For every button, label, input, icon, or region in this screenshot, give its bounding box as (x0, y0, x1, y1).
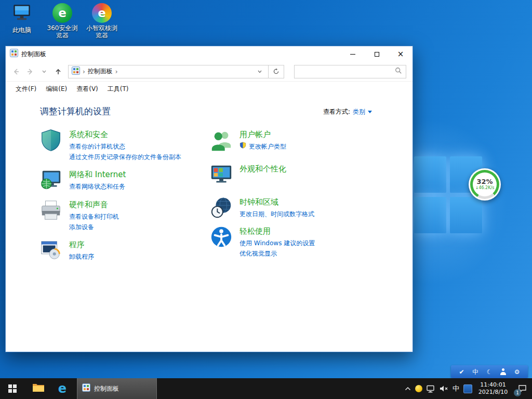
category-title[interactable]: 硬件和声音 (69, 200, 119, 210)
address-bar[interactable]: › 控制面板 › (68, 65, 269, 78)
breadcrumb-control-panel[interactable]: 控制面板 (88, 67, 113, 76)
tray-expand-chevron-icon[interactable] (405, 387, 411, 391)
category-link[interactable]: 查看设备和打印机 (69, 211, 119, 222)
windows-logo-icon (8, 384, 17, 393)
start-button[interactable] (0, 378, 25, 399)
search-box (294, 65, 406, 78)
category-programs: 程序 卸载程序 (39, 238, 201, 262)
window-title: 控制面板 (21, 50, 46, 59)
category-link[interactable]: 添加设备 (69, 222, 119, 232)
menu-file[interactable]: 文件(F) (11, 83, 41, 96)
category-link[interactable]: 使用 Windows 建议的设置 (240, 238, 315, 248)
category-title[interactable]: 时钟和区域 (240, 197, 314, 207)
category-title[interactable]: 网络和 Internet (69, 170, 126, 180)
taskbar-task-control-panel[interactable]: 控制面板 (77, 378, 157, 399)
chevron-down-icon[interactable] (368, 111, 372, 113)
page-title: 调整计算机的设置 (40, 105, 111, 117)
category-link[interactable]: 查看网络状态和任务 (69, 181, 126, 192)
menu-tools[interactable]: 工具(T) (103, 83, 134, 96)
category-title[interactable]: 轻松使用 (240, 227, 315, 236)
maximize-icon (375, 52, 379, 57)
maximize-button[interactable] (365, 46, 389, 62)
system-tray: 中 11:40:01 2021/8/10 1 (405, 378, 532, 399)
desktop: { "desktop": { "icons": [ { "label": "此电… (0, 0, 532, 399)
view-by-value[interactable]: 类别 (353, 108, 365, 116)
tray-volume-muted-icon[interactable] (440, 385, 448, 392)
search-icon[interactable] (395, 66, 402, 76)
minimize-button[interactable] (341, 46, 365, 62)
clock-region-icon[interactable] (209, 196, 233, 220)
action-center-button[interactable]: 1 (514, 378, 530, 399)
tray-ime-mode[interactable]: 中 (453, 384, 459, 393)
desktop-icon-label: 小智双核浏览器 (84, 24, 119, 39)
ime-user-icon[interactable] (500, 368, 506, 375)
folder-icon (32, 382, 45, 395)
ime-settings-gear-icon[interactable]: ⚙ (514, 369, 520, 375)
category-title[interactable]: 系统和安全 (69, 130, 181, 140)
category-network-internet: 网络和 Internet 查看网络状态和任务 (39, 168, 201, 192)
desktop-icon-label: 此电脑 (12, 26, 31, 34)
category-link[interactable]: 优化视觉显示 (240, 248, 315, 259)
network-speed-gauge[interactable]: 32% ↓46.2K/s (469, 168, 501, 201)
link-text: 查看网络状态和任务 (69, 181, 125, 192)
up-button[interactable] (52, 65, 64, 78)
titlebar[interactable]: 控制面板 × (6, 46, 413, 62)
recent-pages-dropdown[interactable] (38, 65, 50, 78)
breadcrumb-chevron-icon: › (83, 68, 85, 75)
network-internet-icon[interactable] (39, 168, 63, 192)
desktop-icon-xiaozhi-browser[interactable]: e 小智双核浏览器 (84, 3, 119, 39)
category-column-right: 用户帐户 更改帐户类型 外观和个性化 (209, 128, 386, 265)
link-text: 使用 Windows 建议的设置 (240, 238, 315, 248)
appearance-personalization-icon[interactable] (209, 163, 233, 187)
category-link[interactable]: 查看你的计算机状态 (69, 141, 181, 152)
ime-chinese-mode-icon[interactable]: 中 (472, 369, 478, 375)
desktop-icon-360-browser[interactable]: e 360安全浏览器 (45, 3, 80, 39)
ime-check-icon[interactable]: ✔ (459, 369, 464, 375)
ease-of-access-icon[interactable] (209, 225, 233, 249)
view-by-control: 查看方式: 类别 (323, 108, 372, 116)
back-button[interactable] (10, 65, 22, 78)
edge-icon: e (58, 381, 66, 396)
close-button[interactable]: × (389, 46, 413, 62)
category-column-left: 系统和安全 查看你的计算机状态 通过文件历史记录保存你的文件备份副本 网络和 I… (39, 128, 201, 269)
hardware-sound-icon[interactable] (39, 198, 63, 222)
view-by-label: 查看方式: (323, 108, 350, 116)
user-accounts-icon[interactable] (209, 128, 233, 152)
ime-fullwidth-moon-icon[interactable]: ☾ (487, 369, 493, 375)
category-ease-of-access: 轻松使用 使用 Windows 建议的设置 优化视觉显示 (209, 225, 386, 259)
system-security-icon[interactable] (39, 128, 63, 152)
link-text: 添加设备 (69, 222, 94, 232)
category-title[interactable]: 外观和个性化 (240, 164, 286, 174)
desktop-icon-this-pc[interactable]: 此电脑 (4, 3, 39, 34)
category-link[interactable]: 更改帐户类型 (240, 141, 286, 152)
search-input[interactable] (298, 68, 395, 75)
windows-logo-pane (414, 197, 446, 233)
ime-toolbar: ✔ 中 ☾ ⚙ (451, 365, 528, 378)
address-dropdown-button[interactable] (255, 65, 265, 78)
tray-date: 2021/8/10 (476, 389, 510, 396)
control-panel-icon (72, 66, 80, 77)
tray-network-icon[interactable] (427, 385, 435, 393)
menu-edit[interactable]: 编辑(E) (41, 83, 72, 96)
task-label: 控制面板 (94, 384, 119, 393)
desktop-icon-label: 360安全浏览器 (45, 24, 80, 39)
category-link[interactable]: 更改日期、时间或数字格式 (240, 209, 314, 219)
taskbar: e 控制面板 中 11:40:01 2021/8/10 1 (0, 378, 532, 399)
file-explorer-button[interactable] (27, 378, 50, 399)
category-title[interactable]: 用户帐户 (240, 130, 286, 140)
menu-view[interactable]: 查看(V) (72, 83, 103, 96)
category-appearance-personalization: 外观和个性化 (209, 163, 386, 187)
minimize-icon (350, 54, 355, 55)
tray-360-icon[interactable] (415, 385, 422, 392)
forward-button[interactable] (24, 65, 36, 78)
category-link[interactable]: 卸载程序 (69, 251, 94, 262)
link-text: 更改日期、时间或数字格式 (240, 209, 314, 219)
category-link[interactable]: 通过文件历史记录保存你的文件备份副本 (69, 152, 181, 162)
tray-ime-app-icon[interactable] (463, 384, 472, 393)
edge-browser-button[interactable]: e (51, 378, 74, 399)
breadcrumb-chevron-icon: › (115, 68, 118, 75)
refresh-button[interactable] (269, 65, 284, 78)
category-title[interactable]: 程序 (69, 240, 94, 250)
programs-icon[interactable] (39, 238, 63, 262)
tray-clock[interactable]: 11:40:01 2021/8/10 (476, 381, 510, 396)
